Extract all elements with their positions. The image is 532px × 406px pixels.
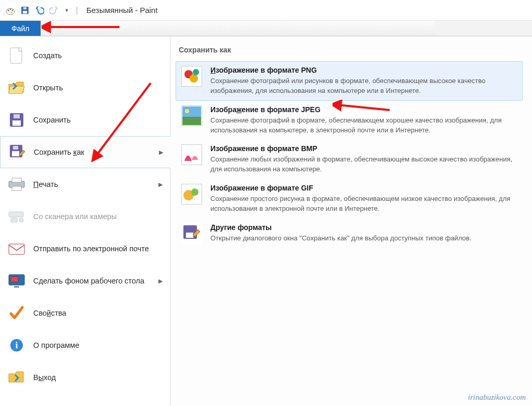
format-title: Изображение в формате GIF [210,184,517,192]
format-jpeg[interactable]: Изображение в формате JPEG Сохранение фо… [176,101,523,140]
print-icon [7,175,26,194]
menu-label: Сделать фоном рабочего стола [33,277,144,285]
svg-point-2 [10,8,11,10]
svg-rect-21 [9,244,24,254]
svg-rect-24 [14,286,19,288]
format-bmp[interactable]: Изображение в формате BMP Сохранение люб… [176,140,523,179]
menu-label: О программе [33,341,79,349]
menu-send-email[interactable]: Отправить по электронной почте [0,233,170,265]
backstage: Создать Открыть Сохранить Сохранить как … [0,36,532,406]
ribbon-rest [41,21,435,36]
separator: | [74,6,80,15]
wallpaper-icon [7,272,26,290]
menu-label: Сохранить [33,116,71,124]
save-as-panel: Сохранить как Изображение в формате PNG … [170,36,532,406]
menu-label: Со сканера или камеры [33,212,117,221]
svg-rect-13 [12,151,19,156]
svg-rect-17 [12,186,21,191]
watermark: irinabuzikova.com [468,393,526,402]
svg-point-33 [185,109,189,113]
svg-rect-11 [14,114,20,118]
new-file-icon [7,46,26,65]
svg-point-4 [11,11,12,13]
format-desc: Сохранение простого рисунка в формате, о… [210,194,517,214]
menu-create[interactable]: Создать [0,39,170,72]
svg-point-30 [193,69,199,75]
submenu-arrow-icon: ▶ [158,278,163,285]
format-png[interactable]: Изображение в формате PNG Сохранение фот… [176,61,523,101]
scanner-icon [7,207,26,226]
svg-rect-23 [11,277,18,282]
other-thumb-icon [181,223,202,244]
menu-label: Отправить по электронной почте [33,245,149,253]
svg-point-20 [19,218,23,222]
svg-point-1 [8,9,9,11]
menu-save[interactable]: Сохранить [0,104,170,136]
qat-dropdown-icon[interactable]: ▾ [63,5,70,16]
svg-point-37 [191,188,198,196]
format-desc: Сохранение фотографий в формате, обеспеч… [210,116,517,136]
format-title: Изображение в формате JPEG [210,105,517,114]
menu-label: Свойства [33,309,66,317]
jpeg-thumb-icon [181,105,202,126]
format-other[interactable]: Другие форматы Открытие диалогового окна… [176,219,523,249]
tab-file[interactable]: Файл [0,21,41,36]
menu-wallpaper[interactable]: Сделать фоном рабочего стола ▶ [0,265,170,297]
save-as-icon [8,143,26,161]
file-menu: Создать Открыть Сохранить Сохранить как … [0,36,170,406]
open-folder-icon [7,78,26,97]
svg-rect-34 [182,145,201,164]
menu-scanner: Со сканера или камеры [0,200,170,233]
svg-rect-14 [13,146,18,150]
bmp-thumb-icon [181,144,202,165]
svg-rect-7 [23,7,26,9]
menu-exit[interactable]: Выход [0,361,170,394]
menu-label: Печать [33,180,58,188]
svg-point-29 [190,74,198,83]
window-title: Безымянный - Paint [86,6,157,15]
menu-save-as[interactable]: Сохранить как ▶ [0,136,170,168]
format-desc: Открытие диалогового окна "Сохранить как… [210,234,471,243]
redo-icon[interactable] [49,5,59,16]
menu-label: Выход [33,373,56,382]
exit-icon [7,368,26,387]
info-icon: i [7,336,26,355]
png-thumb-icon [181,66,202,87]
svg-text:i: i [15,340,18,350]
menu-about[interactable]: i О программе [0,329,170,361]
svg-rect-32 [182,117,201,125]
save-icon [7,111,26,129]
submenu-arrow-icon: ▶ [158,181,163,188]
svg-rect-6 [23,11,27,13]
save-qat-icon[interactable] [20,5,30,16]
svg-rect-16 [12,178,21,182]
format-desc: Сохранение фотографий или рисунков в фор… [210,76,517,96]
gif-thumb-icon [181,184,202,205]
format-desc: Сохранение любых изображений в формате, … [210,155,517,174]
format-gif[interactable]: Изображение в формате GIF Сохранение про… [176,179,523,219]
svg-rect-39 [186,233,193,238]
submenu-arrow-icon: ▶ [159,149,163,156]
email-icon [7,239,26,258]
format-title: Изображение в формате BMP [210,144,517,153]
ribbon-tab-row: Файл [0,21,532,36]
menu-label: Создать [33,51,62,60]
paint-app-icon [5,5,16,16]
check-icon [7,304,26,322]
undo-icon[interactable] [34,5,45,16]
panel-header: Сохранить как [176,44,523,61]
format-title: Изображение в формате PNG [210,66,517,74]
format-title: Другие форматы [210,223,471,232]
svg-rect-10 [12,120,21,126]
menu-properties[interactable]: Свойства [0,297,170,329]
svg-point-3 [12,9,14,11]
svg-rect-18 [9,212,23,217]
menu-label: Открыть [33,84,63,92]
menu-print[interactable]: Печать ▶ [0,168,170,200]
svg-rect-19 [11,218,17,222]
menu-open[interactable]: Открыть [0,72,170,104]
titlebar: ▾ | Безымянный - Paint [0,0,532,21]
menu-label: Сохранить как [34,148,84,156]
